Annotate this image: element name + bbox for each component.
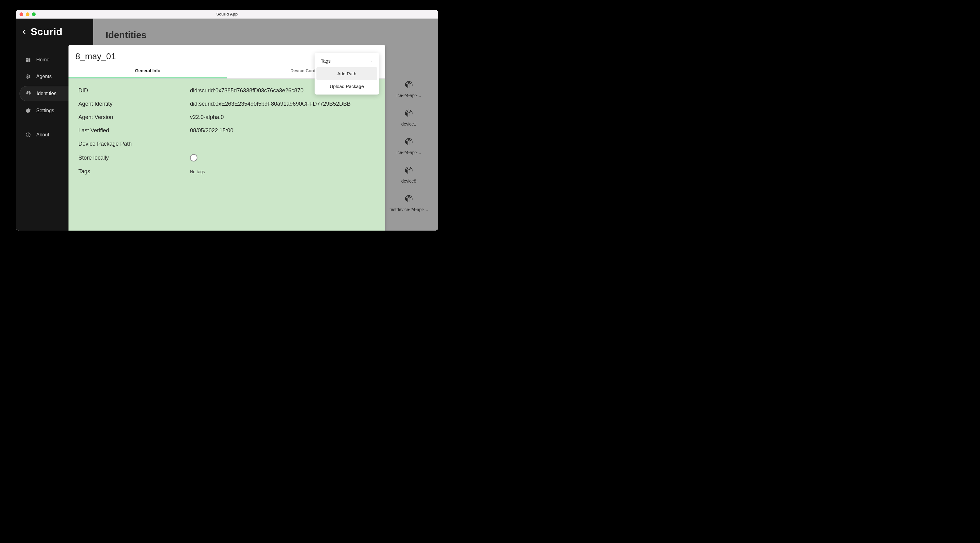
gear-icon xyxy=(25,108,31,114)
identity-grid-right: ice-24-apr-... device1 ice-24-apr-... de… xyxy=(379,81,438,212)
menu-item-add-path[interactable]: Add Path xyxy=(317,67,377,80)
menu-item-label: Upload Package xyxy=(330,84,364,89)
agent-version-label: Agent Version xyxy=(78,114,190,121)
identity-card[interactable]: ice-24-apr-... xyxy=(379,81,438,98)
sidebar-item-label: Home xyxy=(36,57,49,63)
sidebar-item-label: About xyxy=(36,132,49,138)
fingerprint-icon xyxy=(404,81,414,91)
store-locally-label: Store locally xyxy=(78,154,190,161)
device-package-path-label: Device Package Path xyxy=(78,141,190,147)
menu-item-tags[interactable]: Tags xyxy=(317,54,377,67)
brand-title: Scurid xyxy=(31,26,63,38)
dashboard-icon xyxy=(25,57,31,63)
agent-identity-value: did:scurid:0xE263E235490f5b9F80a91a9690C… xyxy=(190,101,375,107)
identity-label: ice-24-apr-... xyxy=(396,150,421,155)
agent-version-value: v22.0-alpha.0 xyxy=(190,114,375,121)
sidebar-item-label: Identities xyxy=(37,91,56,96)
fingerprint-icon xyxy=(404,195,414,205)
page-title: Identities xyxy=(106,30,426,40)
svg-rect-0 xyxy=(26,57,28,59)
tags-value: No tags xyxy=(190,169,375,174)
fingerprint-icon xyxy=(404,109,414,119)
app-window: Scurid App Scurid Home xyxy=(16,10,438,231)
tags-label: Tags xyxy=(78,168,190,175)
row-tags: Tags No tags xyxy=(78,168,375,175)
svg-rect-1 xyxy=(29,57,30,59)
did-label: DID xyxy=(78,88,190,94)
identity-card[interactable]: device8 xyxy=(379,166,438,183)
row-last-verified: Last Verified 08/05/2022 15:00 xyxy=(78,127,375,134)
brand-row: Scurid xyxy=(19,26,89,38)
svg-rect-3 xyxy=(26,60,28,62)
titlebar: Scurid App xyxy=(16,10,438,19)
chevron-right-icon xyxy=(370,59,373,63)
sidebar-item-label: Agents xyxy=(36,74,52,80)
fingerprint-icon xyxy=(404,138,414,148)
context-menu: Tags Add Path Upload Package xyxy=(315,53,379,94)
fingerprint-icon xyxy=(25,91,32,97)
store-locally-value xyxy=(190,154,375,161)
menu-item-upload-package[interactable]: Upload Package xyxy=(317,80,377,93)
row-store-locally: Store locally xyxy=(78,154,375,161)
sidebar-item-label: Settings xyxy=(36,108,54,113)
svg-rect-5 xyxy=(28,76,29,78)
identity-label: device8 xyxy=(401,178,416,183)
back-icon[interactable] xyxy=(21,29,28,35)
chip-icon xyxy=(25,73,31,80)
row-agent-version: Agent Version v22.0-alpha.0 xyxy=(78,114,375,121)
store-locally-toggle[interactable] xyxy=(190,154,197,161)
row-agent-identity: Agent Identity did:scurid:0xE263E235490f… xyxy=(78,101,375,107)
svg-rect-4 xyxy=(27,75,30,78)
svg-rect-2 xyxy=(29,59,30,62)
identity-label: device1 xyxy=(401,121,416,126)
row-device-package-path: Device Package Path xyxy=(78,141,375,147)
app-body: Scurid Home Agents xyxy=(16,19,438,231)
fingerprint-icon xyxy=(404,166,414,177)
svg-point-16 xyxy=(28,134,29,134)
last-verified-value: 08/05/2022 15:00 xyxy=(190,127,375,134)
menu-item-label: Add Path xyxy=(337,71,356,76)
identity-card[interactable]: ice-24-apr-... xyxy=(379,138,438,155)
last-verified-label: Last Verified xyxy=(78,127,190,134)
modal-body: DID did:scurid:0x7385d76338fD03c76ca3e26… xyxy=(68,79,385,231)
window-title: Scurid App xyxy=(16,12,438,16)
agent-identity-label: Agent Identity xyxy=(78,101,190,107)
identity-card[interactable]: device1 xyxy=(379,109,438,126)
identity-label: ice-24-apr-... xyxy=(396,93,421,98)
menu-item-label: Tags xyxy=(321,58,331,64)
svg-marker-17 xyxy=(371,60,372,62)
info-icon xyxy=(25,132,31,138)
tab-general-info[interactable]: General Info xyxy=(68,64,227,78)
identity-detail-modal: 8_may_01 General Info Device Context DID… xyxy=(68,45,385,231)
